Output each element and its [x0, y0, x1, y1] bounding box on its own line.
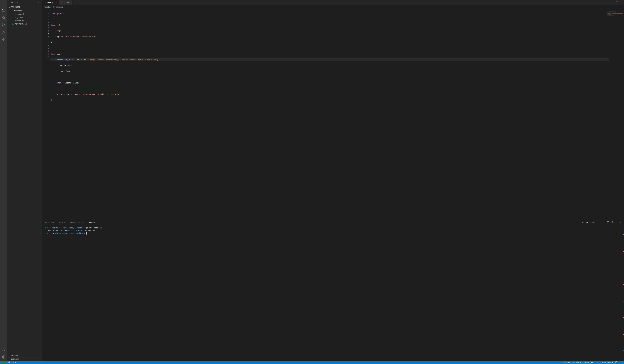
svg-point-2 — [2, 26, 3, 26]
settings-gear-icon[interactable] — [0, 353, 7, 361]
terminal-name[interactable]: zsh - rabbitmq — [582, 221, 597, 224]
minimap[interactable]: ▄▄▄▄▄▄ ▄▄▄▄ ▄▄▄▄▄▄ ▄ ▄▄▄▄▄ ▄▄▄▄ ▄▄▄▄▄▄▄▄… — [609, 9, 624, 220]
svg-rect-5 — [2, 38, 3, 39]
tab-output[interactable]: OUTPUT — [58, 221, 65, 224]
chevron-down-icon: ⌄ — [12, 10, 14, 12]
status-tab-size[interactable]: Tab Size: 4 — [571, 361, 582, 364]
kill-terminal-icon[interactable] — [611, 221, 613, 224]
mod-file-icon: ∿ — [61, 2, 63, 4]
tab-main-go[interactable]: GO main.go × — [42, 0, 59, 5]
tab-go-mod[interactable]: ∿ go.mod — [59, 0, 72, 5]
editor-area: GO main.go × ∿ go.mod ⋯ rabbitmq › GO ma… — [42, 0, 624, 361]
breadcrumbs[interactable]: rabbitmq › GO main.go — [42, 5, 624, 9]
chevron-right-icon: › — [8, 355, 10, 357]
tab-debug-console[interactable]: DEBUG CONSOLE — [69, 221, 84, 224]
editor-more-icon[interactable]: ⋯ — [620, 1, 622, 4]
split-editor-icon[interactable] — [616, 1, 618, 4]
status-cursor[interactable]: Ln 9, Col 59 — [559, 361, 571, 364]
remote-indicator-icon[interactable] — [1, 361, 6, 364]
search-icon[interactable] — [0, 14, 7, 21]
tab-problems[interactable]: PROBLEMS — [45, 221, 54, 224]
terminal-dropdown-icon[interactable] — [603, 221, 605, 224]
status-bar: 0 0 Ln 9, Col 59 Tab Size: 4 UTF-8 LF Go… — [0, 361, 624, 364]
file-tree: ⌄ rabbitmq ∿ go.mod ≡ go.sum GO main.go … — [7, 9, 42, 26]
maximize-panel-icon[interactable] — [615, 221, 618, 224]
tab-bar: GO main.go × ∿ go.mod ⋯ — [42, 0, 624, 5]
explorer-more-icon[interactable]: ⋯ — [38, 2, 40, 4]
accounts-icon[interactable] — [0, 346, 7, 353]
svg-point-0 — [2, 16, 4, 19]
menu-icon[interactable] — [0, 1, 7, 7]
status-language[interactable]: Go — [595, 361, 599, 364]
explorer-sidebar: EXPLORER ⋯ ⌄ PROJECTS ⌄ rabbitmq ∿ go.mo… — [7, 0, 42, 361]
terminal-body[interactable]: ● ☀ stackhero:~/projects/rabbitmq$ go ru… — [42, 225, 624, 361]
sidebar-title: EXPLORER ⋯ — [7, 0, 42, 5]
tab-terminal[interactable]: TERMINAL — [88, 221, 97, 224]
extensions-icon[interactable] — [0, 36, 7, 43]
chevron-down-icon: ⌄ — [8, 6, 10, 8]
chevron-right-icon: › — [52, 6, 53, 8]
svg-point-1 — [2, 24, 3, 25]
panel-tabs: PROBLEMS OUTPUT DEBUG CONSOLE TERMINAL z… — [42, 220, 624, 225]
line-gutter: 1234567891011121314151617 — [42, 9, 51, 220]
status-problems[interactable]: 0 0 — [7, 361, 17, 364]
svg-point-9 — [3, 357, 4, 358]
source-control-icon[interactable] — [0, 21, 7, 28]
svg-point-4 — [2, 33, 3, 33]
terminal-overview-ruler — [624, 227, 624, 359]
section-timeline[interactable]: › TIMELINE — [7, 357, 42, 361]
explorer-icon[interactable] — [0, 7, 7, 14]
svg-point-3 — [4, 25, 5, 25]
code-editor[interactable]: 1234567891011121314151617 package main i… — [42, 9, 624, 220]
close-panel-icon[interactable] — [619, 221, 622, 224]
status-feedback-icon[interactable] — [614, 361, 619, 364]
go-file-icon: GO — [14, 20, 16, 22]
section-outline[interactable]: › OUTLINE — [7, 354, 42, 357]
status-encoding[interactable]: UTF-8 — [582, 361, 590, 364]
go-file-icon: GO — [53, 6, 56, 8]
info-file-icon: ⓘ — [12, 23, 14, 25]
svg-point-8 — [3, 349, 4, 350]
bottom-panel: PROBLEMS OUTPUT DEBUG CONSOLE TERMINAL z… — [42, 220, 624, 361]
file-readme[interactable]: ⓘ README.md — [7, 22, 42, 26]
go-file-icon: GO — [44, 2, 46, 4]
new-terminal-icon[interactable] — [599, 221, 601, 224]
folder-rabbitmq[interactable]: ⌄ rabbitmq — [7, 9, 42, 12]
file-main-go[interactable]: GO main.go — [7, 19, 42, 22]
status-layout[interactable]: Layout: French — [599, 361, 614, 364]
mod-file-icon: ∿ — [14, 13, 16, 15]
section-projects[interactable]: ⌄ PROJECTS — [7, 5, 42, 9]
activity-bar — [0, 0, 7, 361]
svg-rect-7 — [2, 40, 3, 41]
workbench: EXPLORER ⋯ ⌄ PROJECTS ⌄ rabbitmq ∿ go.mo… — [0, 0, 624, 361]
status-eol[interactable]: LF — [590, 361, 595, 364]
run-debug-icon[interactable] — [0, 28, 7, 36]
svg-rect-6 — [4, 38, 5, 39]
sum-file-icon: ≡ — [14, 16, 16, 18]
status-bell-icon[interactable] — [619, 361, 623, 364]
breadcrumb-file[interactable]: main.go — [56, 6, 63, 8]
close-tab-icon[interactable]: × — [56, 1, 57, 4]
svg-rect-11 — [583, 222, 584, 223]
terminal-cursor — [86, 233, 87, 234]
chevron-right-icon: › — [8, 358, 10, 360]
file-go-sum[interactable]: ≡ go.sum — [7, 16, 42, 19]
file-go-mod[interactable]: ∿ go.mod — [7, 12, 42, 16]
split-terminal-icon[interactable] — [607, 221, 609, 224]
code-content[interactable]: package main import ( "fmt" amqp "github… — [51, 9, 609, 220]
breadcrumb-folder[interactable]: rabbitmq — [44, 6, 52, 8]
